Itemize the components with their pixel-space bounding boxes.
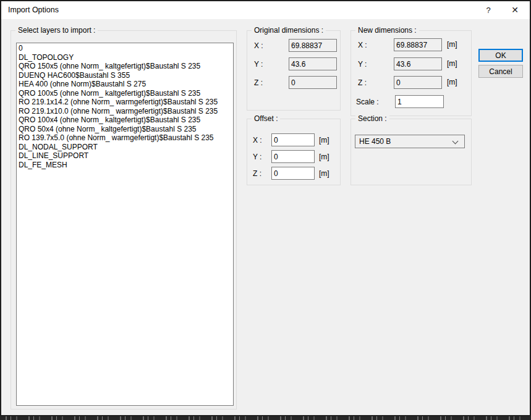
- list-item[interactable]: RO 219.1x14.2 (ohne Norm_ warmgefertigt)…: [19, 98, 233, 107]
- list-item[interactable]: DUENQ HAC600$Baustahl S 355: [19, 71, 233, 80]
- new-z-unit: [m]: [447, 78, 457, 86]
- original-z-field[interactable]: [289, 76, 337, 89]
- list-item[interactable]: DL_FE_MESH: [19, 161, 233, 170]
- original-z-label: Z :: [254, 78, 263, 87]
- new-z-field[interactable]: [394, 76, 442, 89]
- new-x-unit: [m]: [447, 40, 457, 49]
- section-combobox[interactable]: HE 450 B: [355, 135, 465, 148]
- dialog-title: Import Options: [8, 6, 59, 14]
- list-item[interactable]: RO 219.1x10.0 (ohne Norm_ warmgefertigt)…: [19, 107, 233, 116]
- dialog-import-options: Import Options ? ✕ Select layers to impo…: [0, 0, 531, 416]
- offset-z-label: Z :: [253, 169, 261, 178]
- section-group: Section : HE 450 B: [350, 119, 472, 185]
- cancel-button[interactable]: Cancel: [478, 65, 523, 78]
- new-dimensions-group: New dimensions : X : [m] Y : [m] Z : [m]…: [350, 30, 472, 116]
- scale-field[interactable]: [395, 95, 444, 108]
- new-y-label: Y :: [358, 60, 367, 69]
- original-x-field[interactable]: [289, 39, 337, 52]
- original-y-label: Y :: [254, 60, 263, 69]
- list-item[interactable]: 0: [19, 44, 233, 53]
- new-y-field[interactable]: [394, 57, 442, 70]
- select-layers-label: Select layers to import :: [15, 26, 98, 35]
- select-layers-group: Select layers to import : 0 DL_TOPOLOGY …: [11, 30, 237, 410]
- list-item[interactable]: RO 139.7x5.0 (ohne Norm_ warmgefertigt)$…: [19, 133, 233, 143]
- offset-z-unit: [m]: [319, 169, 329, 178]
- offset-label: Offset :: [252, 114, 280, 123]
- new-z-label: Z :: [358, 78, 367, 87]
- list-item[interactable]: QRO 50x4 (ohne Norm_ kaltgefertigt)$Baus…: [19, 125, 233, 134]
- scale-label: Scale :: [356, 98, 379, 106]
- offset-x-field[interactable]: [271, 133, 315, 146]
- offset-y-field[interactable]: [271, 150, 315, 163]
- section-label: Section :: [355, 114, 389, 123]
- original-dimensions-group: Original dimensions : X : Y : Z :: [247, 30, 341, 111]
- ok-button[interactable]: OK: [478, 49, 523, 62]
- help-icon[interactable]: ?: [478, 1, 498, 19]
- new-x-field[interactable]: [394, 38, 442, 51]
- list-item[interactable]: HEA 400 (ohne Norm)$Baustahl S 275: [19, 80, 233, 89]
- list-item[interactable]: QRO 100x5 (ohne Norm_ kaltgefertigt)$Bau…: [19, 89, 233, 98]
- close-icon[interactable]: ✕: [505, 1, 525, 19]
- offset-x-label: X :: [253, 136, 262, 145]
- list-item[interactable]: DL_TOPOLOGY: [19, 53, 233, 62]
- layers-listbox[interactable]: 0 DL_TOPOLOGY QRO 150x5 (ohne Norm_ kalt…: [16, 43, 234, 406]
- list-item[interactable]: QRO 150x5 (ohne Norm_ kaltgefertigt)$Bau…: [19, 62, 233, 71]
- list-item[interactable]: DL_LINE_SUPPORT: [19, 151, 233, 161]
- new-x-label: X :: [358, 41, 367, 49]
- list-item[interactable]: QRO 100x4 (ohne Norm_ kaltgefertigt)$Bau…: [19, 116, 233, 125]
- list-item[interactable]: DL_NODAL_SUPPORT: [19, 143, 233, 152]
- section-selected-value: HE 450 B: [359, 137, 391, 146]
- titlebar: Import Options ? ✕: [1, 1, 530, 19]
- background-app-edge: [0, 416, 531, 420]
- original-dimensions-label: Original dimensions :: [252, 26, 326, 35]
- original-x-label: X :: [254, 41, 263, 50]
- offset-y-unit: [m]: [319, 153, 329, 161]
- original-y-field[interactable]: [289, 57, 337, 70]
- new-dimensions-label: New dimensions :: [355, 26, 419, 35]
- offset-x-unit: [m]: [319, 136, 329, 145]
- chevron-down-icon: [452, 138, 459, 145]
- offset-group: Offset : X : [m] Y : [m] Z : [m]: [247, 119, 341, 185]
- dialog-body: Select layers to import : 0 DL_TOPOLOGY …: [1, 19, 530, 415]
- offset-z-field[interactable]: [271, 167, 315, 180]
- offset-y-label: Y :: [253, 153, 261, 161]
- new-y-unit: [m]: [447, 59, 457, 68]
